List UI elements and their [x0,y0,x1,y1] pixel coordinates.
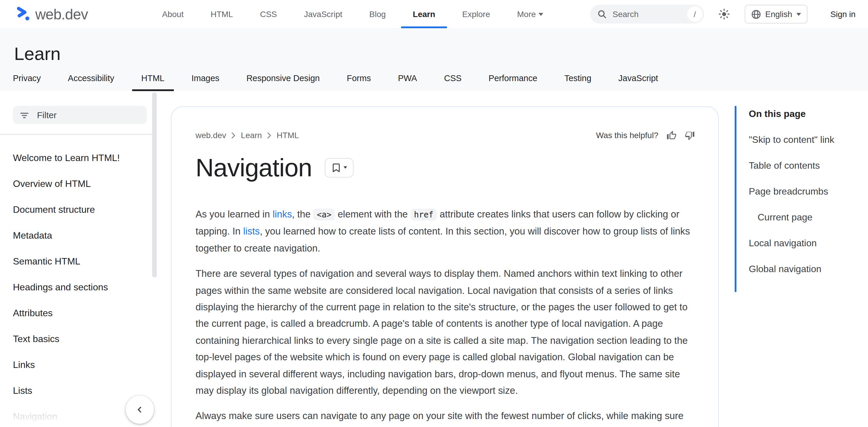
chevron-right-icon [231,132,236,138]
tab-css[interactable]: CSS [444,65,462,91]
nav-item-label: About [162,9,184,19]
tab-javascript[interactable]: JavaScript [618,65,658,91]
toc-item-current-page[interactable]: Current page [749,204,860,230]
nav-item-label: Blog [369,9,386,19]
search-box[interactable]: / [590,5,704,24]
thumbs-down-button[interactable] [685,130,695,140]
search-shortcut-badge: / [687,6,703,22]
sidebar-item-text-basics[interactable]: Text basics [0,326,153,352]
nav-item-about[interactable]: About [162,0,184,28]
breadcrumb: web.devLearnHTML [195,131,299,140]
article-header-row: web.devLearnHTML Was this helpful? [195,129,695,141]
tab-pwa[interactable]: PWA [398,65,417,91]
sign-in-link[interactable]: Sign in [830,0,856,28]
article-body: As you learned in links, the <a> element… [195,206,692,427]
tab-testing[interactable]: Testing [564,65,591,91]
sidebar-item-metadata[interactable]: Metadata [0,223,153,249]
filter-icon [20,111,29,119]
toc-item-skip-to-content-link[interactable]: "Skip to content" link [749,127,860,153]
course-sidebar: Filter Welcome to Learn HTML!Overview of… [0,91,162,427]
nav-item-label: CSS [260,9,277,19]
tab-images[interactable]: Images [191,65,219,91]
toc-list: "Skip to content" linkTable of contentsP… [749,127,860,282]
collapse-sidebar-button[interactable] [126,396,154,424]
toc-item-global-navigation[interactable]: Global navigation [749,256,860,282]
sidebar-item-links[interactable]: Links [0,352,153,378]
filter-input[interactable]: Filter [13,106,147,124]
sidebar-item-attributes[interactable]: Attributes [0,300,153,326]
chevron-down-icon [539,12,544,16]
nav-item-label: JavaScript [304,9,342,19]
breadcrumb-learn[interactable]: Learn [241,131,262,140]
search-icon [597,9,607,19]
sidebar-item-overview-of-html[interactable]: Overview of HTML [0,171,153,197]
chevron-down-icon [343,166,347,169]
nav-item-label: Learn [413,9,435,19]
nav-item-label: HTML [211,9,233,19]
tab-privacy[interactable]: Privacy [13,65,41,91]
sidebar-item-headings-and-sections[interactable]: Headings and sections [0,275,153,300]
sidebar-item-semantic-html[interactable]: Semantic HTML [0,249,153,275]
thumb-down-icon [685,130,695,140]
chevron-left-icon [136,405,144,414]
language-selector[interactable]: English [745,5,807,24]
nav-item-javascript[interactable]: JavaScript [304,0,342,28]
inline-link-links[interactable]: links [273,209,292,219]
filter-placeholder: Filter [37,110,57,120]
inline-link-lists[interactable]: lists [243,226,259,236]
sidebar-divider [0,134,153,135]
theme-toggle-button[interactable] [715,5,734,24]
section-title: Learn [14,44,61,65]
course-tabs: PrivacyAccessibilityHTMLImagesResponsive… [13,65,658,91]
toc-item-local-navigation[interactable]: Local navigation [749,230,860,256]
nav-item-css[interactable]: CSS [260,0,277,28]
tab-accessibility[interactable]: Accessibility [68,65,114,91]
toc-item-table-of-contents[interactable]: Table of contents [749,153,860,179]
nav-item-explore[interactable]: Explore [462,0,490,28]
tab-performance[interactable]: Performance [489,65,537,91]
paragraph: There are several types of navigation an… [195,265,692,399]
nav-item-more[interactable]: More [517,0,544,28]
web-dev-learn-page: web.dev AboutHTMLCSSJavaScriptBlogLearnE… [0,0,868,427]
globe-icon [751,9,761,19]
inline-code: href [410,209,437,220]
feedback-widget: Was this helpful? [596,130,695,140]
nav-item-label: More [517,9,536,19]
chevron-down-icon [796,12,801,16]
main-nav: AboutHTMLCSSJavaScriptBlogLearnExploreMo… [162,0,544,28]
web-dev-logo-icon [15,4,31,24]
page-title: Navigation [195,153,312,182]
inline-code: <a> [313,209,335,220]
breadcrumb-web-dev[interactable]: web.dev [195,131,226,140]
sidebar-scrollbar[interactable] [152,92,157,278]
top-bar: web.dev AboutHTMLCSSJavaScriptBlogLearnE… [0,0,868,28]
bookmark-button[interactable] [325,158,353,177]
toc-item-page-breadcrumbs[interactable]: Page breadcrumbs [749,179,860,204]
learn-header-band: Learn PrivacyAccessibilityHTMLImagesResp… [0,28,868,91]
breadcrumb-html[interactable]: HTML [277,131,299,140]
bookmark-icon [332,163,340,172]
nav-item-learn[interactable]: Learn [413,0,435,28]
nav-item-html[interactable]: HTML [211,0,233,28]
paragraph: As you learned in links, the <a> element… [195,206,692,256]
language-label: English [765,9,792,19]
sidebar-item-document-structure[interactable]: Document structure [0,197,153,223]
sidebar-item-welcome-to-learn-html[interactable]: Welcome to Learn HTML! [0,145,153,171]
tab-forms[interactable]: Forms [347,65,371,91]
sun-icon [718,8,730,20]
tab-responsive-design[interactable]: Responsive Design [246,65,320,91]
chapter-list: Welcome to Learn HTML!Overview of HTMLDo… [0,145,153,427]
tab-html[interactable]: HTML [141,65,164,91]
feedback-label: Was this helpful? [596,131,658,140]
logo-wordmark: web.dev [35,6,88,23]
thumb-up-icon [666,130,677,140]
title-row: Navigation [195,153,353,182]
nav-item-label: Explore [462,9,490,19]
toc-title: On this page [749,109,806,119]
search-input[interactable] [611,9,687,20]
thumbs-up-button[interactable] [666,130,677,140]
toc-accent-line [735,106,737,292]
nav-item-blog[interactable]: Blog [369,0,386,28]
web-dev-logo[interactable]: web.dev [15,4,88,24]
paragraph: Always make sure users can navigate to a… [195,407,692,427]
